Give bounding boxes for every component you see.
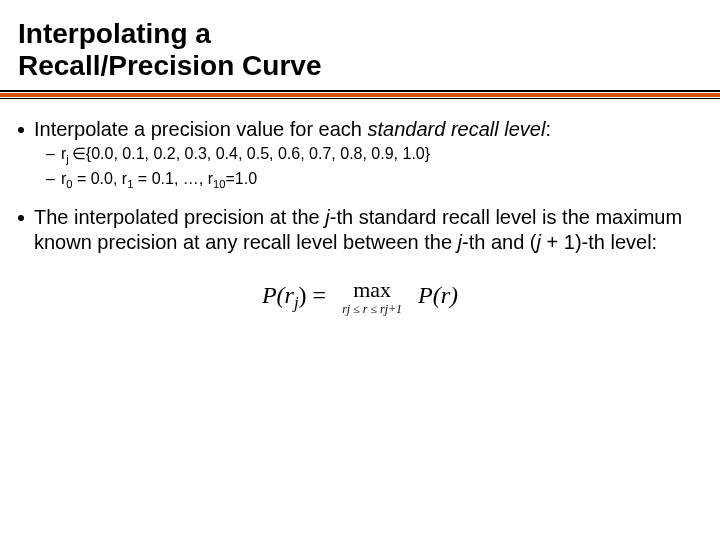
sub-item-2: – r0 = 0.0, r1 = 0.1, …, r10=1.0 <box>46 169 702 191</box>
dash-icon: – <box>46 144 55 166</box>
sub1-rest: ∈{0.0, 0.1, 0.2, 0.3, 0.4, 0.5, 0.6, 0.7… <box>72 145 430 162</box>
bullet-dot-icon <box>18 127 24 133</box>
sub-list-1: – rj ∈{0.0, 0.1, 0.2, 0.3, 0.4, 0.5, 0.6… <box>46 144 702 190</box>
formula-max-range: rj ≤ r ≤ rj+1 <box>342 303 402 315</box>
sub-item-1: – rj ∈{0.0, 0.1, 0.2, 0.3, 0.4, 0.5, 0.6… <box>46 144 702 166</box>
formula-max: max rj ≤ r ≤ rj+1 <box>342 279 402 315</box>
title-divider <box>0 90 720 99</box>
bullet-1-text-b: : <box>545 118 551 140</box>
title-line-1: Interpolating a <box>18 18 211 49</box>
formula-max-top: max <box>342 279 402 301</box>
bullet-1-em: standard recall level <box>368 118 546 140</box>
bullet-1-text-a: Interpolate a precision value for each <box>34 118 368 140</box>
sub2-b: = 0.0, r <box>72 170 127 187</box>
formula-eq: ) = <box>299 281 327 307</box>
bullet-2-a: The interpolated precision at the <box>34 206 325 228</box>
sub2-c-sub: 10 <box>213 178 225 190</box>
bullet-2-d: + 1)-th level: <box>541 231 657 253</box>
formula-P-open: P(r <box>262 281 294 307</box>
slide-body: Interpolate a precision value for each s… <box>18 99 702 314</box>
title-line-2: Recall/Precision Curve <box>18 50 321 81</box>
bullet-1: Interpolate a precision value for each s… <box>18 117 702 142</box>
bullet-dot-icon <box>18 215 24 221</box>
sub2-c: = 0.1, …, r <box>133 170 213 187</box>
sub2-d: =1.0 <box>225 170 257 187</box>
slide-title: Interpolating a Recall/Precision Curve <box>18 18 702 82</box>
dash-icon: – <box>46 169 55 191</box>
formula-Pr: P(r) <box>418 281 458 307</box>
bullet-2: The interpolated precision at the j-th s… <box>18 205 702 255</box>
bullet-2-c: -th and ( <box>462 231 536 253</box>
formula: P(rj) = max rj ≤ r ≤ rj+1 P(r) <box>18 279 702 315</box>
